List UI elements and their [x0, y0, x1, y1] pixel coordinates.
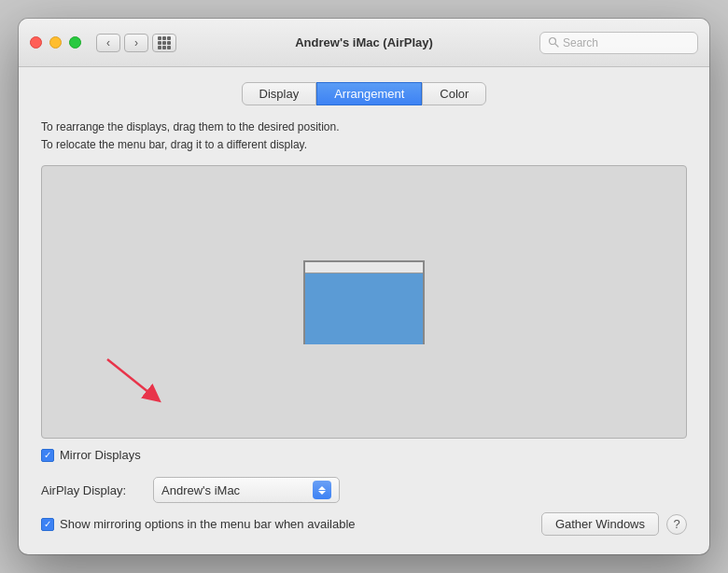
window-title: Andrew's iMac (AirPlay) — [295, 35, 433, 49]
grid-view-button[interactable] — [152, 34, 176, 52]
traffic-lights — [30, 36, 81, 49]
svg-line-3 — [107, 359, 154, 397]
back-button[interactable]: ‹ — [96, 34, 120, 52]
tab-display[interactable]: Display — [242, 82, 317, 105]
close-button[interactable] — [30, 36, 42, 49]
grid-icon — [158, 36, 171, 49]
airplay-row: AirPlay Display: Andrew's iMac — [41, 477, 687, 503]
gather-windows-button[interactable]: Gather Windows — [541, 512, 659, 536]
search-icon — [548, 36, 559, 49]
help-button[interactable]: ? — [666, 514, 687, 535]
mirror-checkbox[interactable]: ✓ — [41, 449, 54, 462]
search-box[interactable]: Search — [539, 32, 698, 54]
description-text: To rearrange the displays, drag them to … — [41, 119, 687, 154]
show-mirroring-left: ✓ Show mirroring options in the menu bar… — [41, 517, 356, 531]
system-preferences-window: ‹ › Andrew's iMac (AirPlay) Search — [19, 19, 709, 554]
description-line2: To relocate the menu bar, drag it to a d… — [41, 136, 687, 154]
minimize-button[interactable] — [49, 36, 62, 49]
arrow-up-icon — [318, 486, 326, 490]
display-area — [41, 165, 687, 439]
mirror-label: Mirror Displays — [60, 448, 141, 462]
airplay-selected: Andrew's iMac — [161, 483, 240, 497]
bottom-area: AirPlay Display: Andrew's iMac ✓ Show mi… — [41, 477, 687, 536]
mirror-displays-row: ✓ Mirror Displays — [41, 448, 687, 462]
show-mirroring-label: Show mirroring options in the menu bar w… — [60, 517, 356, 531]
arrow-annotation — [98, 350, 173, 410]
dropdown-arrow-icon — [313, 481, 331, 499]
tab-arrangement[interactable]: Arrangement — [316, 82, 422, 105]
tab-color[interactable]: Color — [422, 82, 486, 105]
arrow-down-icon — [318, 491, 326, 495]
show-mirroring-checkbox[interactable]: ✓ — [41, 518, 54, 531]
maximize-button[interactable] — [69, 36, 81, 49]
monitor-menubar — [305, 262, 423, 273]
search-placeholder: Search — [563, 36, 598, 49]
content-area: Display Arrangement Color To rearrange t… — [19, 67, 709, 554]
show-mirroring-row: ✓ Show mirroring options in the menu bar… — [41, 512, 687, 536]
nav-buttons: ‹ › — [96, 34, 148, 52]
svg-line-1 — [555, 43, 558, 46]
airplay-dropdown[interactable]: Andrew's iMac — [153, 477, 340, 503]
forward-button[interactable]: › — [124, 34, 148, 52]
checkmark-icon: ✓ — [44, 451, 51, 460]
tabs: Display Arrangement Color — [41, 82, 687, 105]
monitor-container — [303, 260, 425, 344]
titlebar: ‹ › Andrew's iMac (AirPlay) Search — [19, 19, 709, 67]
description-line1: To rearrange the displays, drag them to … — [41, 119, 687, 136]
checkmark-icon-2: ✓ — [44, 520, 51, 529]
airplay-label: AirPlay Display: — [41, 483, 144, 497]
monitor-display[interactable] — [303, 260, 425, 344]
gather-help-row: Gather Windows ? — [541, 512, 687, 536]
